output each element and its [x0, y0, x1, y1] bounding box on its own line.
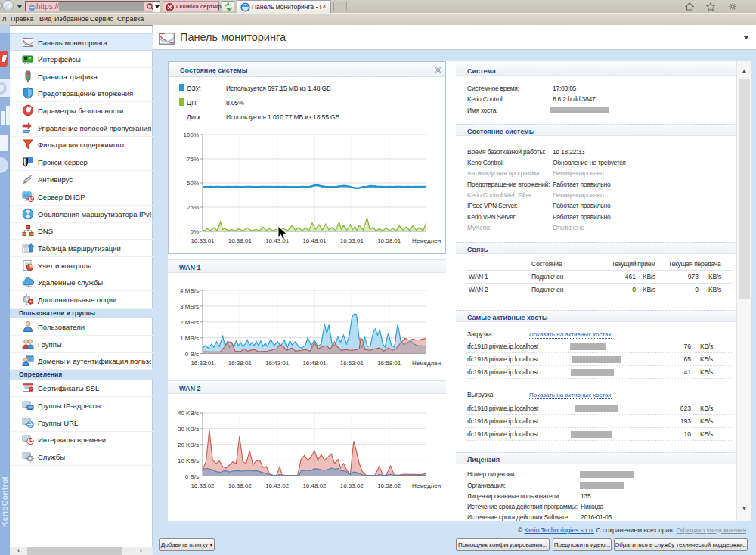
svg-text:16:43:02: 16:43:02: [265, 482, 290, 489]
svg-text:2 MB/s: 2 MB/s: [180, 319, 199, 326]
svg-text:Немедлен: Немедлен: [412, 360, 441, 367]
svg-text:16:33:01: 16:33:01: [191, 360, 215, 367]
svg-text:75%: 75%: [187, 156, 199, 163]
svg-text:16:53:02: 16:53:02: [340, 482, 364, 489]
svg-text:16:38:01: 16:38:01: [228, 237, 253, 244]
svg-text:30 KB/s: 30 KB/s: [178, 426, 199, 433]
svg-text:0%: 0%: [190, 228, 199, 235]
svg-text:Немедлен: Немедлен: [412, 237, 441, 244]
svg-text:16:48:01: 16:48:01: [302, 237, 327, 244]
svg-text:Немедлен: Немедлен: [412, 482, 441, 489]
svg-text:50%: 50%: [187, 180, 199, 187]
svg-text:25%: 25%: [187, 204, 199, 211]
svg-text:16:43:01: 16:43:01: [265, 360, 290, 367]
svg-text:16:33:01: 16:33:01: [191, 237, 215, 244]
svg-text:4 MB/s: 4 MB/s: [180, 287, 199, 294]
svg-text:40 KB/s: 40 KB/s: [178, 410, 199, 417]
svg-text:16:58:01: 16:58:01: [377, 237, 401, 244]
svg-text:100%: 100%: [184, 132, 199, 138]
svg-text:1 MB/s: 1 MB/s: [180, 335, 199, 342]
svg-text:16:38:02: 16:38:02: [228, 482, 253, 489]
svg-text:0 B/s: 0 B/s: [185, 473, 199, 480]
svg-text:16:33:02: 16:33:02: [191, 482, 215, 489]
svg-text:16:58:02: 16:58:02: [377, 482, 401, 489]
svg-text:20 KB/s: 20 KB/s: [178, 442, 199, 448]
svg-text:16:48:01: 16:48:01: [302, 360, 327, 367]
svg-text:16:58:01: 16:58:01: [377, 360, 401, 367]
svg-text:0 B/s: 0 B/s: [185, 351, 199, 358]
svg-text:16:48:02: 16:48:02: [302, 482, 327, 489]
svg-text:16:53:01: 16:53:01: [340, 237, 364, 244]
svg-text:16:53:01: 16:53:01: [340, 360, 364, 367]
svg-text:10 KB/s: 10 KB/s: [178, 457, 199, 464]
svg-text:16:38:01: 16:38:01: [228, 360, 253, 367]
svg-text:3 MB/s: 3 MB/s: [180, 303, 199, 310]
